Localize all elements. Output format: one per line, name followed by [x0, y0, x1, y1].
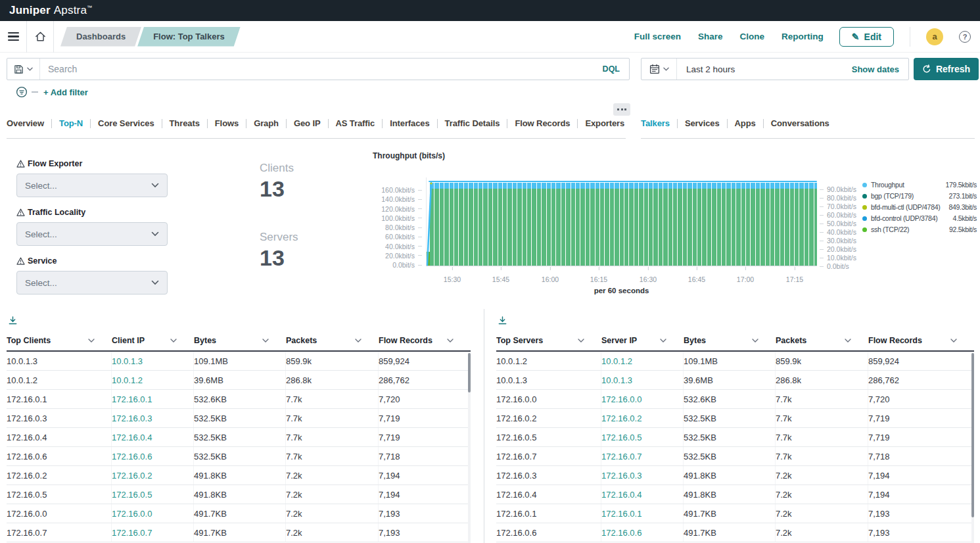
- add-filter-link[interactable]: + Add filter: [43, 87, 88, 97]
- table-row[interactable]: 172.16.0.2 172.16.0.2 532.5KB 7.7k 7,719: [496, 409, 974, 428]
- download-button[interactable]: [498, 314, 507, 327]
- column-header[interactable]: Packets: [286, 336, 379, 345]
- table-row[interactable]: 10.0.1.3 10.0.1.3 109.1MB 859.9k 859,924: [7, 352, 471, 371]
- cell-ip-link[interactable]: 172.16.0.5: [601, 428, 684, 446]
- table-row[interactable]: 172.16.0.2 172.16.0.2 491.8KB 7.2k 7,194: [7, 466, 471, 485]
- cell-ip-link[interactable]: 172.16.0.2: [111, 466, 194, 484]
- cell-ip-link[interactable]: 172.16.0.3: [601, 466, 684, 484]
- column-header[interactable]: Top Servers: [496, 336, 601, 345]
- toolbar-action-link[interactable]: Reporting: [782, 32, 824, 41]
- main-tab[interactable]: Exporters: [577, 119, 632, 128]
- filter-select[interactable]: Select...: [16, 222, 168, 246]
- toolbar-action-link[interactable]: Share: [698, 32, 723, 41]
- table-row[interactable]: 172.16.0.5 172.16.0.5 491.8KB 7.2k 7,194: [7, 485, 471, 504]
- legend-item[interactable]: bfd-control (UDP/3784) 4.5kbit/s: [862, 214, 977, 223]
- time-range-value[interactable]: Last 2 hours: [677, 64, 735, 74]
- main-tab[interactable]: Top-N: [51, 119, 90, 128]
- table-row[interactable]: 10.0.1.2 10.0.1.2 109.1MB 859.9k 859,924: [496, 352, 974, 371]
- side-tab[interactable]: Services: [677, 119, 727, 128]
- column-header[interactable]: Client IP: [112, 336, 194, 345]
- main-tab[interactable]: Flow Records: [507, 119, 577, 128]
- table-row[interactable]: 172.16.0.7 172.16.0.7 491.7KB 7.2k 7,193: [7, 523, 471, 542]
- legend-item[interactable]: ssh (TCP/22) 92.5kbit/s: [862, 225, 977, 234]
- cell-ip-link[interactable]: 10.0.1.2: [601, 352, 684, 370]
- cell-ip-link[interactable]: 172.16.0.7: [111, 523, 194, 542]
- cell-ip-link[interactable]: 172.16.0.1: [111, 390, 194, 408]
- column-header[interactable]: Top Clients: [7, 336, 112, 345]
- cell-ip-link[interactable]: 172.16.0.0: [601, 390, 684, 408]
- toolbar-action-link[interactable]: Full screen: [634, 32, 681, 41]
- home-button[interactable]: [27, 21, 53, 53]
- cell-ip-link[interactable]: 172.16.0.7: [601, 447, 684, 465]
- filter-select[interactable]: Select...: [16, 174, 168, 197]
- main-tab[interactable]: Interfaces: [382, 119, 436, 128]
- search-input[interactable]: [40, 59, 603, 80]
- side-tab[interactable]: Conversations: [763, 119, 837, 128]
- scrollbar-thumb[interactable]: [468, 353, 471, 392]
- table-scrollbar[interactable]: [971, 353, 974, 543]
- cell-ip-link[interactable]: 172.16.0.6: [111, 447, 194, 465]
- table-row[interactable]: 172.16.0.4 172.16.0.4 532.5KB 7.7k 7,719: [7, 428, 471, 447]
- cell-ip-link[interactable]: 172.16.0.0: [111, 504, 194, 523]
- cell-ip-link[interactable]: 172.16.0.4: [111, 428, 194, 446]
- main-tab[interactable]: Flows: [207, 119, 246, 128]
- main-tab[interactable]: AS Traffic: [328, 119, 383, 128]
- column-header[interactable]: Bytes: [684, 336, 776, 345]
- edit-button[interactable]: ✎ Edit: [839, 27, 894, 47]
- throughput-chart-plot[interactable]: [426, 177, 817, 266]
- legend-item[interactable]: bgp (TCP/179) 273.1bit/s: [862, 191, 977, 201]
- table-row[interactable]: 10.0.1.2 10.0.1.2 39.6MB 286.8k 286,762: [7, 371, 471, 390]
- cell-ip-link[interactable]: 172.16.0.1: [601, 504, 684, 523]
- cell-ip-link[interactable]: 172.16.0.3: [111, 409, 194, 427]
- table-row[interactable]: 172.16.0.6 172.16.0.6 491.7KB 7.2k 7,193: [496, 523, 974, 542]
- filter-icon[interactable]: [16, 86, 28, 98]
- legend-item[interactable]: bfd-multi-ctl (UDP/4784) 849.3bit/s: [862, 202, 977, 212]
- avatar[interactable]: a: [926, 28, 943, 45]
- table-row[interactable]: 10.0.1.3 10.0.1.3 39.6MB 286.8k 286,762: [496, 371, 974, 390]
- legend-item[interactable]: Throughput 179.5kbit/s: [862, 180, 977, 189]
- panel-drag-handle[interactable]: [613, 103, 630, 116]
- column-header[interactable]: Bytes: [194, 336, 286, 345]
- breadcrumb-chip[interactable]: Dashboards: [60, 27, 141, 47]
- download-button[interactable]: [8, 314, 18, 327]
- table-row[interactable]: 172.16.0.5 172.16.0.5 532.5KB 7.7k 7,719: [496, 428, 974, 447]
- table-row[interactable]: 172.16.0.7 172.16.0.7 532.5KB 7.7k 7,718: [496, 447, 974, 466]
- cell-ip-link[interactable]: 172.16.0.6: [601, 523, 684, 542]
- cell-ip-link[interactable]: 10.0.1.2: [111, 371, 194, 389]
- main-tab[interactable]: Threats: [162, 119, 207, 128]
- show-dates-link[interactable]: Show dates: [852, 64, 908, 74]
- side-tab[interactable]: Talkers: [641, 119, 677, 128]
- table-row[interactable]: 172.16.0.1 172.16.0.1 532.6KB 7.7k 7,720: [7, 390, 471, 409]
- cell-ip-link[interactable]: 172.16.0.5: [111, 485, 194, 504]
- table-row[interactable]: 172.16.0.6 172.16.0.6 532.5KB 7.7k 7,718: [7, 447, 471, 466]
- cell-ip-link[interactable]: 172.16.0.4: [601, 485, 684, 504]
- table-row[interactable]: 172.16.0.0 172.16.0.0 491.7KB 7.2k 7,193: [7, 504, 471, 523]
- main-tab[interactable]: Overview: [7, 119, 51, 128]
- filter-select[interactable]: Select...: [16, 271, 168, 295]
- toolbar-action-link[interactable]: Clone: [740, 32, 765, 41]
- table-row[interactable]: 172.16.0.0 172.16.0.0 532.6KB 7.7k 7,720: [496, 390, 974, 409]
- cell-ip-link[interactable]: 10.0.1.3: [601, 371, 684, 389]
- scrollbar-thumb[interactable]: [971, 353, 974, 517]
- cell-ip-link[interactable]: 10.0.1.3: [111, 352, 194, 370]
- breadcrumb-chip[interactable]: Flow: Top Talkers: [137, 27, 241, 47]
- table-scrollbar[interactable]: [468, 353, 471, 543]
- cell-ip-link[interactable]: 172.16.0.2: [601, 409, 684, 427]
- dql-toggle[interactable]: DQL: [603, 64, 629, 74]
- column-header[interactable]: Packets: [776, 336, 868, 345]
- table-row[interactable]: 172.16.0.3 172.16.0.3 491.8KB 7.2k 7,194: [496, 466, 974, 485]
- saved-queries-button[interactable]: [7, 59, 40, 80]
- refresh-button[interactable]: Refresh: [914, 58, 979, 80]
- side-tab[interactable]: Apps: [727, 119, 763, 128]
- date-picker-button[interactable]: [642, 59, 677, 80]
- menu-button[interactable]: [0, 21, 26, 53]
- table-row[interactable]: 172.16.0.3 172.16.0.3 532.5KB 7.7k 7,719: [7, 409, 471, 428]
- help-icon[interactable]: ?: [959, 31, 971, 43]
- main-tab[interactable]: Geo IP: [286, 119, 328, 128]
- table-row[interactable]: 172.16.0.4 172.16.0.4 491.8KB 7.2k 7,194: [496, 485, 974, 504]
- column-header[interactable]: Flow Records: [868, 336, 974, 345]
- main-tab[interactable]: Traffic Details: [437, 119, 507, 128]
- main-tab[interactable]: Graph: [246, 119, 286, 128]
- column-header[interactable]: Flow Records: [379, 336, 471, 345]
- main-tab[interactable]: Core Services: [90, 119, 161, 128]
